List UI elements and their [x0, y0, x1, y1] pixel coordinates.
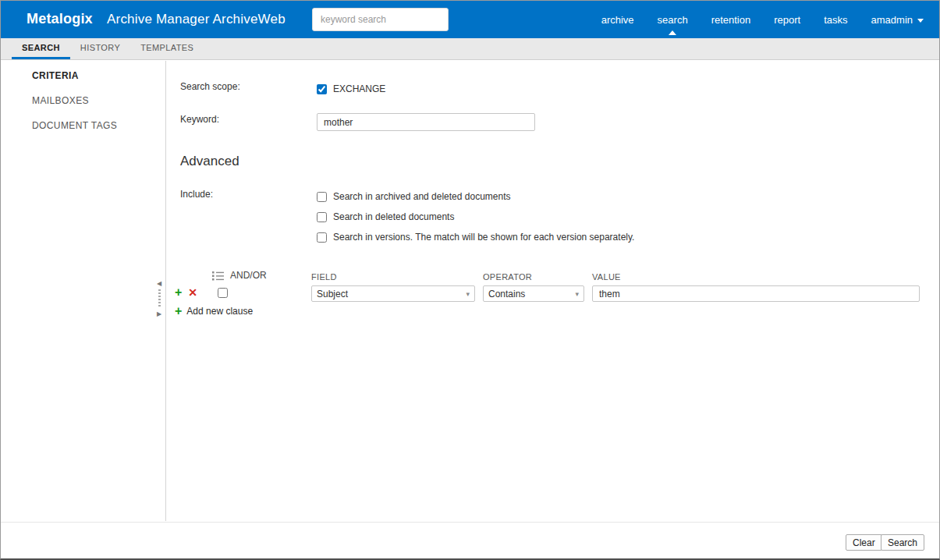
top-bar: Metalogix Archive Manager ArchiveWeb arc…: [1, 1, 939, 38]
nav-tasks[interactable]: tasks: [824, 9, 847, 30]
plus-icon: +: [175, 306, 182, 317]
clause-select-checkbox[interactable]: [218, 288, 228, 298]
nav-archive[interactable]: archive: [601, 9, 634, 30]
keyword-search-input[interactable]: [312, 8, 449, 31]
operator-column-label: OPERATOR: [483, 272, 532, 282]
value-column-label: VALUE: [592, 272, 621, 282]
nav-search-label: search: [658, 14, 688, 26]
nav-user-menu[interactable]: amadmin: [871, 9, 924, 30]
tab-history[interactable]: HISTORY: [70, 38, 130, 59]
clear-button[interactable]: Clear: [846, 534, 882, 551]
field-select-value: Subject: [317, 289, 463, 299]
andor-label: AND/OR: [230, 270, 267, 281]
remove-clause-icon[interactable]: ✕: [188, 287, 197, 298]
include-option-row: Search in versions. The match will be sh…: [317, 232, 634, 243]
keyword-label: Keyword:: [180, 114, 219, 125]
include-archived-deleted-label: Search in archived and deleted documents: [333, 191, 510, 202]
active-nav-caret-icon: [669, 30, 676, 35]
splitter-grip-icon[interactable]: [158, 289, 161, 308]
chevron-down-icon: ▾: [466, 290, 470, 298]
clause-list-icon: [212, 271, 224, 281]
include-deleted-checkbox[interactable]: [317, 212, 327, 222]
clause-group-header: AND/OR: [212, 270, 267, 281]
add-new-clause-link[interactable]: + Add new clause: [175, 306, 253, 317]
expand-right-icon[interactable]: ▶: [153, 310, 165, 317]
sidebar: CRITERIA MAILBOXES DOCUMENT TAGS: [1, 61, 165, 519]
search-criteria-panel: Search scope: EXCHANGE Keyword: Advanced…: [166, 61, 939, 519]
exchange-checkbox[interactable]: [317, 84, 327, 94]
operator-select[interactable]: Contains ▾: [483, 285, 584, 302]
search-scope-label: Search scope:: [180, 81, 240, 92]
tab-templates[interactable]: TEMPLATES: [130, 38, 204, 59]
clause-value-input[interactable]: [592, 285, 920, 302]
include-label: Include:: [180, 189, 213, 200]
nav-retention[interactable]: retention: [711, 9, 751, 30]
sidebar-item-mailboxes[interactable]: MAILBOXES: [1, 90, 165, 111]
nav-search[interactable]: search: [658, 9, 688, 30]
footer-divider: [1, 522, 939, 523]
chevron-down-icon: ▾: [575, 290, 579, 298]
metalogix-logo: Metalogix: [27, 11, 93, 27]
sidebar-item-document-tags[interactable]: DOCUMENT TAGS: [1, 115, 165, 136]
include-versions-checkbox[interactable]: [317, 232, 327, 243]
advanced-heading: Advanced: [180, 154, 239, 169]
nav-report[interactable]: report: [774, 9, 800, 30]
include-deleted-label: Search in deleted documents: [333, 211, 454, 222]
include-option-row: Search in deleted documents: [317, 211, 454, 222]
user-name-label: amadmin: [871, 14, 913, 26]
app-title: Archive Manager ArchiveWeb: [107, 12, 286, 27]
tab-bar: SEARCH HISTORY TEMPLATES: [1, 38, 939, 60]
include-archived-deleted-checkbox[interactable]: [317, 192, 327, 202]
field-column-label: FIELD: [311, 272, 337, 282]
include-versions-label: Search in versions. The match will be sh…: [333, 232, 634, 243]
add-new-clause-label: Add new clause: [186, 306, 253, 317]
keyword-input[interactable]: [317, 113, 535, 131]
field-select[interactable]: Subject ▾: [311, 285, 475, 302]
operator-select-value: Contains: [488, 289, 572, 299]
splitter-handle[interactable]: ◀ ▶: [153, 280, 165, 321]
chevron-down-icon: [917, 19, 924, 23]
top-nav: archive search retention report tasks am…: [601, 1, 924, 38]
add-condition-icon[interactable]: +: [175, 287, 182, 298]
exchange-scope-row: EXCHANGE: [317, 83, 385, 94]
archiveweb-app: Metalogix Archive Manager ArchiveWeb arc…: [0, 0, 940, 560]
tab-search[interactable]: SEARCH: [12, 38, 70, 59]
include-option-row: Search in archived and deleted documents: [317, 191, 510, 202]
exchange-label: EXCHANGE: [333, 83, 385, 94]
search-button[interactable]: Search: [881, 534, 924, 551]
sidebar-item-criteria[interactable]: CRITERIA: [1, 66, 165, 86]
clause-row-tools: + ✕: [175, 287, 228, 298]
collapse-left-icon[interactable]: ◀: [153, 280, 165, 287]
